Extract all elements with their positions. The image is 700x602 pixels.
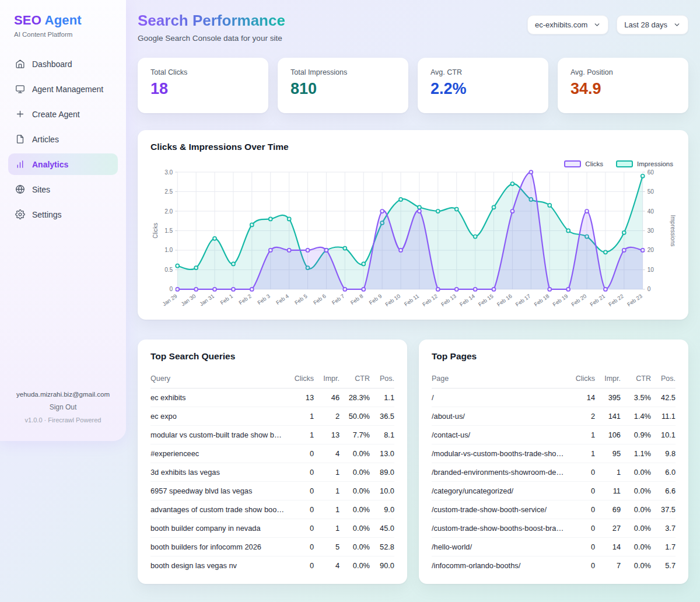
table-row: /infocomm-orlando-booths/070.0%5.7 (432, 556, 676, 575)
monitor-icon (15, 84, 25, 94)
row-value: 11 (595, 487, 621, 495)
sidebar: SEO Agent AI Content Platform DashboardA… (0, 0, 126, 441)
row-label: #experienceec (150, 449, 289, 458)
page-title: Search Performance (138, 12, 285, 30)
column-header: Query (150, 374, 289, 383)
sidebar-item-articles[interactable]: Articles (8, 128, 118, 150)
table-row: #experienceec040.0%13.0 (150, 444, 394, 463)
tables-section: Top Search Queries QueryClicksImpr.CTRPo… (138, 340, 688, 584)
sidebar-item-create-agent[interactable]: Create Agent (8, 103, 118, 125)
row-value: 7 (595, 561, 621, 570)
chevron-down-icon (673, 21, 681, 29)
sidebar-item-label: Settings (32, 210, 62, 219)
svg-text:Feb 6: Feb 6 (312, 293, 327, 306)
sidebar-nav: DashboardAgent ManagementCreate AgentArt… (8, 53, 118, 225)
row-value: 0.0% (621, 542, 651, 551)
table-row: /143953.5%42.5 (432, 388, 676, 407)
row-value: 36.5 (370, 412, 394, 421)
row-value: 28.3% (340, 393, 370, 402)
sidebar-item-sites[interactable]: Sites (8, 178, 118, 200)
row-value: 2 (314, 412, 340, 421)
row-label: 3d exhibits las vegas (150, 468, 289, 477)
svg-text:0.5: 0.5 (164, 267, 173, 273)
row-value: 13 (289, 393, 314, 402)
row-value: 0 (570, 487, 595, 495)
sidebar-footer: yehuda.mizrahi.biz@gmail.com Sign Out v1… (8, 391, 118, 426)
row-value: 52.8 (370, 542, 394, 551)
row-value: 5.7 (651, 561, 676, 570)
svg-text:Jan 30: Jan 30 (180, 293, 197, 307)
row-value: 1.1% (621, 449, 651, 458)
app-title-secondary: Agent (45, 13, 82, 27)
row-label: booth design las vegas nv (150, 561, 289, 570)
table-row: /contact-us/11060.9%10.1 (432, 426, 676, 444)
sidebar-item-label: Articles (32, 135, 59, 144)
plus-icon (15, 109, 25, 119)
row-value: 6.6 (651, 487, 676, 495)
globe-icon (15, 184, 25, 194)
row-label: /modular-vs-custom-booths-trade-show-... (432, 449, 570, 458)
svg-text:0: 0 (648, 286, 651, 292)
row-value: 7.7% (340, 430, 370, 439)
svg-text:Feb 7: Feb 7 (331, 293, 345, 306)
row-value: 3.7 (651, 524, 676, 533)
date-range-selector[interactable]: Last 28 days (617, 15, 688, 34)
stat-value: 34.9 (570, 80, 676, 98)
row-value: 0 (289, 505, 314, 514)
row-value: 5 (314, 542, 340, 551)
svg-text:60: 60 (648, 169, 654, 176)
row-label: /category/uncategorized/ (432, 487, 570, 495)
row-value: 0.0% (340, 487, 370, 495)
table-row: 3d exhibits las vegas010.0%89.0 (150, 463, 394, 482)
row-value: 0 (289, 487, 314, 495)
row-value: 50.0% (340, 412, 370, 421)
top-queries-title: Top Search Queries (150, 351, 394, 362)
legend-swatch (616, 160, 633, 167)
svg-text:Feb 12: Feb 12 (421, 293, 439, 307)
svg-text:Feb 9: Feb 9 (368, 293, 383, 306)
sidebar-item-analytics[interactable]: Analytics (8, 153, 118, 175)
column-header: Page (432, 374, 570, 383)
gear-icon (15, 209, 25, 219)
row-value: 1 (570, 430, 595, 439)
row-value: 0 (570, 542, 595, 551)
row-value: 10.1 (651, 430, 676, 439)
site-selector[interactable]: ec-exhibits.com (527, 15, 608, 34)
sidebar-item-dashboard[interactable]: Dashboard (8, 53, 118, 75)
app-version: v1.0.0 · Firecrawl Powered (8, 416, 118, 424)
svg-text:Impressions: Impressions (670, 215, 676, 246)
table-row: 6957 speedway blvd las vegas010.0%10.0 (150, 482, 394, 501)
sidebar-item-label: Dashboard (32, 60, 72, 69)
table-row: advantages of custom trade show booth ..… (150, 501, 394, 519)
row-value: 106 (595, 430, 621, 439)
table-row: /branded-environments-showroom-design/01… (432, 463, 676, 482)
row-value: 1 (289, 412, 314, 421)
sidebar-item-settings[interactable]: Settings (8, 204, 118, 225)
legend-item-impressions: Impressions (616, 160, 673, 167)
row-value: 0.0% (340, 561, 370, 570)
row-label: ec expo (150, 412, 289, 421)
svg-text:1.5: 1.5 (164, 228, 173, 234)
row-value: 0 (289, 542, 314, 551)
svg-text:Jan 29: Jan 29 (162, 293, 178, 307)
row-value: 37.5 (651, 505, 676, 514)
table-row: /modular-vs-custom-booths-trade-show-...… (432, 444, 676, 463)
column-header: Pos. (651, 374, 676, 383)
top-queries-table: QueryClicksImpr.CTRPos.ec exhibits134628… (150, 370, 394, 575)
svg-text:10: 10 (648, 267, 654, 273)
bar-chart-icon (15, 159, 25, 169)
row-value: 0 (289, 468, 314, 477)
table-row: booth builder company in nevada010.0%45.… (150, 519, 394, 538)
sidebar-item-label: Create Agent (32, 110, 80, 119)
sign-out-button[interactable]: Sign Out (8, 403, 118, 411)
legend-swatch (564, 160, 581, 167)
sidebar-item-label: Agent Management (32, 85, 103, 94)
column-header: CTR (621, 374, 651, 383)
stat-card-total-clicks: Total Clicks18 (138, 58, 268, 113)
svg-text:Feb 1: Feb 1 (219, 293, 234, 306)
row-value: 89.0 (370, 468, 394, 477)
top-queries-card: Top Search Queries QueryClicksImpr.CTRPo… (138, 340, 407, 584)
table-row: ec exhibits134628.3%1.1 (150, 388, 394, 407)
row-value: 0.0% (340, 449, 370, 458)
sidebar-item-agent-management[interactable]: Agent Management (8, 78, 118, 100)
